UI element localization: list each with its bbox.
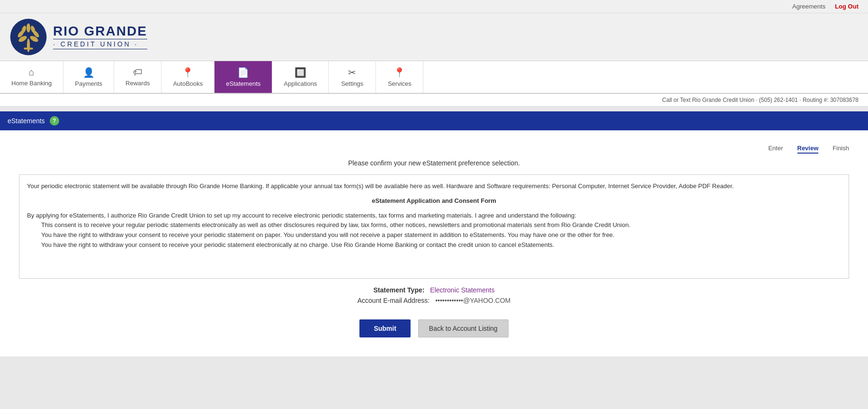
consent-bullet-3: You have the right to withdraw your cons… — [41, 240, 841, 250]
submit-button[interactable]: Submit — [359, 319, 410, 337]
nav-home-banking[interactable]: ⌂ Home Banking — [0, 61, 63, 93]
nav-autobooks-label: AutoBooks — [173, 80, 203, 87]
consent-auth-text: By applying for eStatements, I authorize… — [27, 211, 841, 221]
rewards-icon: 🏷 — [133, 67, 143, 78]
statement-type-value: Electronic Statements — [430, 286, 494, 294]
back-to-account-listing-button[interactable]: Back to Account Listing — [418, 319, 509, 337]
logo: RIO GRANDE · CREDIT UNION · — [9, 18, 147, 56]
settings-icon: ✂ — [348, 67, 356, 78]
svg-point-1 — [27, 38, 30, 52]
email-value: ••••••••••••@YAHOO.COM — [435, 297, 510, 304]
info-bar: Call or Text Rio Grande Credit Union · (… — [0, 94, 868, 107]
step-finish: Finish — [832, 145, 849, 154]
nav-applications[interactable]: 🔲 Applications — [272, 61, 329, 93]
nav-payments-label: Payments — [75, 80, 102, 87]
nav-rewards-label: Rewards — [125, 80, 150, 87]
nav-settings-label: Settings — [341, 80, 363, 87]
email-label: Account E-mail Address: — [358, 297, 430, 304]
nav-services-label: Services — [388, 80, 412, 87]
nav-rewards[interactable]: 🏷 Rewards — [114, 61, 161, 93]
statement-type-label: Statement Type: — [374, 286, 425, 294]
nav-home-banking-label: Home Banking — [11, 80, 52, 87]
consent-heading: eStatement Application and Consent Form — [27, 196, 841, 206]
svg-point-8 — [27, 23, 30, 32]
header: RIO GRANDE · CREDIT UNION · — [0, 13, 868, 61]
step-review: Review — [797, 145, 819, 154]
agreements-link[interactable]: Agreements — [792, 3, 825, 10]
email-row: Account E-mail Address: ••••••••••••@YAH… — [19, 297, 849, 304]
nav-applications-label: Applications — [284, 80, 317, 87]
logout-link[interactable]: Log Out — [835, 3, 859, 10]
nav-estatements-label: eStatements — [226, 80, 260, 87]
nav-payments[interactable]: 👤 Payments — [63, 61, 114, 93]
help-icon[interactable]: ? — [50, 116, 59, 126]
consent-bullet-2: You have the right to withdraw your cons… — [41, 230, 841, 240]
section-title: eStatements — [8, 117, 45, 125]
nav-autobooks[interactable]: 📍 AutoBooks — [161, 61, 215, 93]
nav-bar: ⌂ Home Banking 👤 Payments 🏷 Rewards 📍 Au… — [0, 61, 868, 94]
nav-estatements[interactable]: 📄 eStatements — [215, 61, 272, 93]
consent-intro-text: Your periodic electronic statement will … — [27, 182, 841, 191]
estatements-icon: 📄 — [237, 67, 249, 78]
nav-services[interactable]: 📍 Services — [376, 61, 423, 93]
step-enter: Enter — [768, 145, 783, 154]
main-content: Enter Review Finish Please confirm your … — [0, 130, 868, 356]
home-banking-icon: ⌂ — [29, 67, 35, 78]
logo-text: RIO GRANDE · CREDIT UNION · — [53, 25, 147, 49]
logo-icon — [9, 18, 47, 56]
consent-bullet-1: This consent is to receive your regular … — [41, 220, 841, 230]
autobooks-icon: 📍 — [182, 67, 194, 78]
nav-settings[interactable]: ✂ Settings — [329, 61, 376, 93]
svg-rect-9 — [24, 47, 33, 49]
confirm-text: Please confirm your new eStatement prefe… — [9, 154, 859, 174]
button-row: Submit Back to Account Listing — [9, 315, 859, 347]
applications-icon: 🔲 — [295, 67, 306, 78]
logo-sub-name: · CREDIT UNION · — [53, 39, 147, 49]
payments-icon: 👤 — [83, 67, 95, 78]
top-bar: Agreements Log Out — [0, 0, 868, 13]
steps-bar: Enter Review Finish — [9, 140, 859, 154]
logo-main-name: RIO GRANDE — [53, 25, 147, 38]
statement-info: Statement Type: Electronic Statements Ac… — [9, 279, 859, 315]
services-icon: 📍 — [394, 67, 405, 78]
statement-type-row: Statement Type: Electronic Statements — [19, 286, 849, 294]
consent-scroll-area[interactable]: Your periodic electronic statement will … — [19, 174, 849, 279]
section-header: eStatements ? — [0, 111, 868, 130]
contact-info: Call or Text Rio Grande Credit Union · (… — [662, 97, 859, 103]
